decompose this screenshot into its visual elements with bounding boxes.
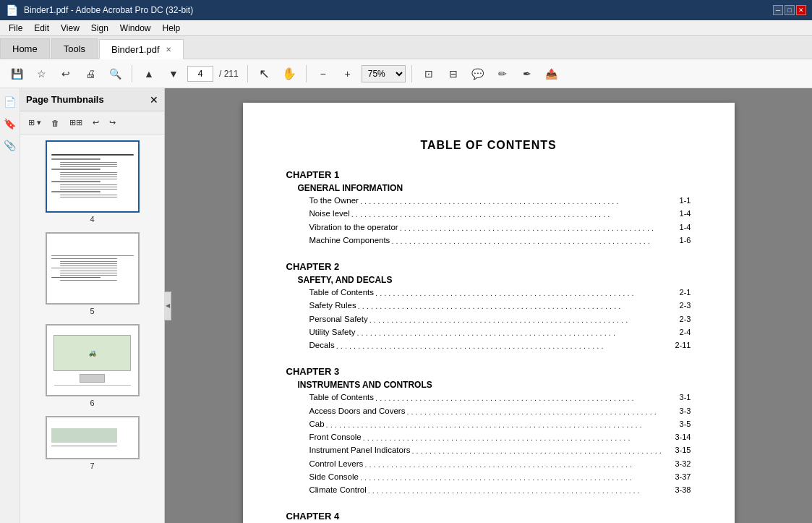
thumbnails-title: Page Thumbnails: [26, 94, 104, 105]
chapter-1-subheading: GENERAL INFORMATION: [298, 183, 691, 193]
thumbnail-label-7: 7: [90, 462, 94, 470]
fit-width-button[interactable]: ⊟: [443, 63, 464, 85]
toc-entry: Safety Rules . . . . . . . . . . . . . .…: [309, 299, 691, 312]
attachment-icon[interactable]: 📎: [2, 137, 18, 153]
toc-entry: Personal Safety . . . . . . . . . . . . …: [309, 313, 691, 326]
toc-entry: Table of Contents . . . . . . . . . . . …: [309, 391, 691, 404]
toc-entry: Machine Components . . . . . . . . . . .…: [309, 234, 691, 247]
thumbnail-delete-btn[interactable]: 🗑: [48, 115, 63, 131]
window-controls[interactable]: ─ □ ✕: [773, 5, 806, 15]
app-icon: 📄: [6, 4, 18, 16]
thumbnail-view-btn[interactable]: ⊞ ▾: [25, 115, 45, 131]
thumbnail-label-4: 4: [90, 215, 94, 224]
bookmark-panel-icon[interactable]: 🔖: [2, 116, 18, 132]
toolbar-sep-3: [306, 65, 307, 82]
close-button[interactable]: ✕: [796, 5, 806, 15]
toolbar-sep-4: [411, 65, 412, 82]
thumbnail-label-5: 5: [90, 307, 94, 315]
toc-entry: Utility Safety . . . . . . . . . . . . .…: [309, 326, 691, 339]
tab-home-label: Home: [12, 43, 38, 54]
toolbar-sep-2: [247, 65, 248, 82]
main-area: 📄 🔖 📎 Page Thumbnails ✕ ⊞ ▾ 🗑 ⊞⊞ ↩ ↪: [0, 88, 812, 523]
toc-entry: Access Doors and Covers . . . . . . . . …: [309, 405, 691, 417]
toc-entry: Vibration to the operator . . . . . . . …: [309, 221, 691, 234]
thumbnail-arrange-btn[interactable]: ⊞⊞: [66, 115, 86, 131]
toc-entry: Control Levers . . . . . . . . . . . . .…: [309, 458, 691, 470]
toc-entry: Decals . . . . . . . . . . . . . . . . .…: [309, 339, 691, 352]
toolbar-sep-1: [132, 65, 132, 82]
hand-tool-button[interactable]: ✋: [278, 63, 300, 85]
thumbnail-item-6[interactable]: 🚜 6: [46, 324, 140, 407]
page-number-input[interactable]: 4: [187, 66, 213, 82]
tab-binder1-label: Binder1.pdf: [111, 44, 160, 55]
thumbnail-label-6: 6: [90, 399, 94, 407]
toc-entry: Front Console . . . . . . . . . . . . . …: [309, 431, 691, 443]
tab-bar: Home Tools Binder1.pdf ✕: [0, 36, 812, 59]
title-bar: 📄 Binder1.pdf - Adobe Acrobat Pro DC (32…: [0, 0, 812, 20]
menu-help[interactable]: Help: [157, 22, 187, 35]
search-button[interactable]: 🔍: [104, 63, 126, 85]
markup-button[interactable]: ✒: [516, 63, 538, 85]
highlight-button[interactable]: ✏: [492, 63, 513, 85]
zoom-select[interactable]: 75% 50% 100% 125% 150%: [362, 65, 406, 82]
chapter-2-subheading: SAFETY, AND DECALS: [298, 275, 691, 285]
thumbnail-item-5[interactable]: 5: [46, 232, 140, 315]
tab-close-button[interactable]: ✕: [166, 46, 171, 54]
page-total: / 211: [216, 69, 242, 79]
menu-view[interactable]: View: [55, 22, 85, 35]
thumbnail-redo-btn[interactable]: ↪: [106, 115, 119, 131]
thumbnails-toolbar: ⊞ ▾ 🗑 ⊞⊞ ↩ ↪: [20, 111, 164, 135]
panel-collapse-handle[interactable]: ◀: [164, 292, 171, 320]
chapter-4-heading: CHAPTER 4: [286, 511, 691, 522]
chapter-1-heading: CHAPTER 1: [286, 169, 691, 180]
chapter-2-heading: CHAPTER 2: [286, 261, 691, 272]
toc-entry: To the Owner . . . . . . . . . . . . . .…: [309, 195, 691, 207]
toc-entry: Instrument Panel Indicators . . . . . . …: [309, 444, 691, 456]
save-button[interactable]: 💾: [6, 63, 27, 85]
select-tool-button[interactable]: ↖: [254, 63, 275, 85]
thumbnail-undo-btn[interactable]: ↩: [89, 115, 103, 131]
toc-entry: Climate Control . . . . . . . . . . . . …: [309, 484, 691, 496]
toc-title: TABLE OF CONTENTS: [286, 139, 691, 152]
tab-binder1[interactable]: Binder1.pdf ✕: [99, 39, 184, 59]
menu-file[interactable]: File: [3, 22, 28, 35]
zoom-in-button[interactable]: +: [337, 63, 359, 85]
minimize-button[interactable]: ─: [773, 5, 783, 15]
toc-entry: Noise level . . . . . . . . . . . . . . …: [309, 208, 691, 220]
fit-page-button[interactable]: ⊡: [418, 63, 440, 85]
menu-edit[interactable]: Edit: [28, 22, 55, 35]
left-icon-strip: 📄 🔖 📎: [0, 88, 20, 523]
toc-entry: Table of Contents . . . . . . . . . . . …: [309, 286, 691, 299]
pdf-page: TABLE OF CONTENTS CHAPTER 1 GENERAL INFO…: [243, 103, 735, 523]
print-button[interactable]: 🖨: [80, 63, 101, 85]
thumbnails-panel: Page Thumbnails ✕ ⊞ ▾ 🗑 ⊞⊞ ↩ ↪: [20, 88, 165, 523]
page-tool-icon[interactable]: 📄: [2, 94, 18, 110]
maximize-button[interactable]: □: [785, 5, 795, 15]
thumbnails-header: Page Thumbnails ✕: [20, 88, 164, 111]
chapter-3-heading: CHAPTER 3: [286, 366, 691, 377]
next-page-button[interactable]: ▼: [163, 63, 184, 85]
menu-window[interactable]: Window: [114, 22, 157, 35]
tab-tools[interactable]: Tools: [51, 38, 98, 59]
toolbar: 💾 ☆ ↩ 🖨 🔍 ▲ ▼ 4 / 211 ↖ ✋ − + 75% 50% 10…: [0, 59, 812, 88]
toc-entry: Side Console . . . . . . . . . . . . . .…: [309, 471, 691, 483]
prev-page-button[interactable]: ▲: [138, 63, 160, 85]
thumbnail-item-7[interactable]: 7: [46, 416, 140, 470]
menu-bar: File Edit View Sign Window Help: [0, 20, 812, 36]
thumbnails-list: 4: [20, 135, 164, 523]
share-button[interactable]: 📤: [541, 63, 563, 85]
thumbnail-item-4[interactable]: 4: [46, 140, 140, 224]
menu-sign[interactable]: Sign: [85, 22, 114, 35]
toc-entry: Cab . . . . . . . . . . . . . . . . . . …: [309, 418, 691, 430]
undo-button[interactable]: ↩: [55, 63, 77, 85]
tab-home[interactable]: Home: [0, 38, 50, 59]
thumbnails-close-button[interactable]: ✕: [150, 94, 158, 106]
title-bar-text: Binder1.pdf - Adobe Acrobat Pro DC (32-b…: [24, 5, 193, 15]
chapter-3-subheading: INSTRUMENTS AND CONTROLS: [298, 380, 691, 390]
zoom-out-button[interactable]: −: [312, 63, 334, 85]
tab-tools-label: Tools: [64, 43, 85, 54]
comment-button[interactable]: 💬: [467, 63, 489, 85]
pdf-area[interactable]: TABLE OF CONTENTS CHAPTER 1 GENERAL INFO…: [165, 88, 812, 523]
bookmark-button[interactable]: ☆: [30, 63, 52, 85]
